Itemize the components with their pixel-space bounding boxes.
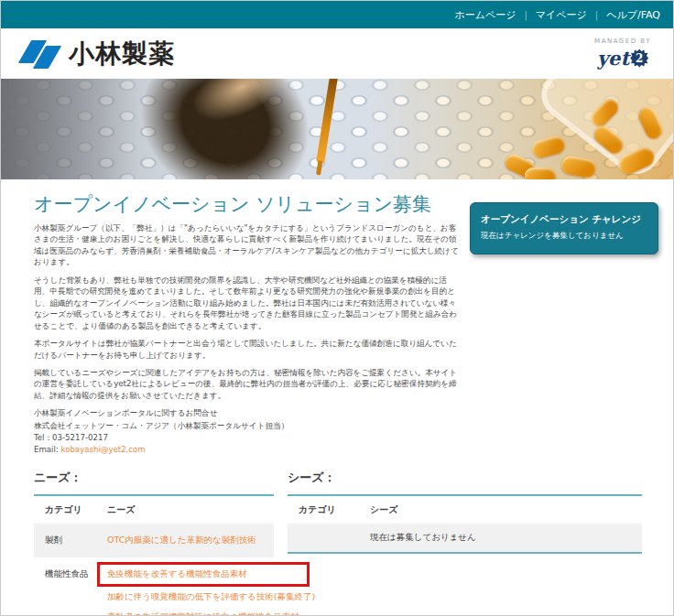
challenge-panel[interactable]: オープンイノベーション チャレンジ 現在はチャレンジを募集しておりません [470,202,658,254]
seeds-title: シーズ： [288,470,642,486]
contact-email-line: Email: kobayashi@yet2.com [34,444,461,456]
challenge-message: 現在はチャレンジを募集しておりません [481,231,647,242]
yet2-logo[interactable]: yet 2 [594,47,651,70]
needs-links: 免疫機能を改善する機能性食品素材加齢に伴う嗅覚機能の低下を評価する技術(募集終了… [107,568,316,616]
contact-heading: 小林製薬イノベーションポータルに関するお問合せ [34,407,461,419]
hero-lab-photo [1,79,673,179]
hero-capsule [560,155,598,178]
top-nav-link[interactable]: ホームページ [454,8,516,22]
needs-section: ニーズ： カテゴリ ニーズ 製剤OTC内服薬に適した革新的な製剤技術機能性食品免… [34,470,274,616]
need-link[interactable]: OTC内服薬に適した革新的な製剤技術 [107,535,256,546]
intro-paragraphs: 小林製薬グループ（以下、「弊社」）は「"あったらいいな"をカタチにする」というブ… [34,222,461,401]
page-title: オープンイノベーション ソリューション募集 [34,191,464,217]
intro-paragraph: 本ポータルサイトは弊社が協業パートナーと出会う場として開設いたしました。共に新た… [34,338,461,361]
seeds-category-empty [299,532,361,544]
site-header: 小林製薬 MANAGED BY yet 2 [1,28,673,79]
yet2-logo-text: yet [597,47,629,70]
kobayashi-logo[interactable]: 小林製薬 [17,37,175,71]
needs-table: カテゴリ ニーズ 製剤OTC内服薬に適した革新的な製剤技術機能性食品免疫機能を改… [34,494,274,616]
hero-capsule [525,168,556,179]
needs-category: 機能性食品 [45,568,98,616]
kobayashi-logo-text: 小林製薬 [69,37,175,71]
highlight-annotation-box: 免疫機能を改善する機能性食品素材 [97,562,310,587]
intro-paragraph: 小林製薬グループ（以下、「弊社」）は「"あったらいいな"をカタチにする」というブ… [34,222,461,268]
intro-paragraph: そうした背景もあり、弊社も単独での技術開発の限界を認識し、大学や研究機関など社外… [34,275,461,331]
yet2-star-icon: 2 [630,49,648,68]
top-nav: ホームページ|マイページ|ヘルプ/FAQ [1,1,673,28]
seeds-col-category: カテゴリ [299,503,361,516]
seeds-table: カテゴリ シーズ 現在は募集しておりません [288,494,642,554]
managed-by-block: MANAGED BY yet 2 [594,38,657,70]
nav-separator: | [524,10,527,20]
seeds-table-header: カテゴリ シーズ [288,496,642,524]
contact-company: 株式会社イェットツー・コム・アジア（小林製薬ポータルサイト担当） [34,420,461,432]
needs-col-category: カテゴリ [45,503,98,516]
contact-block: 小林製薬イノベーションポータルに関するお問合せ 株式会社イェットツー・コム・アジ… [34,407,461,456]
needs-table-row: 製剤OTC内服薬に適した革新的な製剤技術 [34,524,274,557]
seeds-table-row: 現在は募集しておりません [288,524,642,552]
needs-title: ニーズ： [34,470,274,486]
needs-table-body: 製剤OTC内服薬に適した革新的な製剤技術機能性食品免疫機能を改善する機能性食品素… [34,524,274,616]
top-nav-link[interactable]: マイページ [536,8,587,22]
seeds-empty-message: 現在は募集しておりません [370,532,476,544]
need-link[interactable]: 高齢者の生活習慣病対策に役立つ機能性食品素材 [107,611,299,616]
main-content: オープンイノベーション ソリューション募集 オープンイノベーション チャレンジ … [1,191,673,616]
contact-email-label: Email: [34,445,59,454]
needs-table-header: カテゴリ ニーズ [34,496,274,524]
seeds-col-seeds: シーズ [370,503,397,516]
needs-col-needs: ニーズ [107,503,135,516]
kobayashi-logo-icon [17,38,60,70]
need-link[interactable]: 免疫機能を改善する機能性食品素材 [107,568,247,578]
nav-separator: | [595,10,598,20]
contact-tel: Tel：03-5217-0217 [34,432,461,444]
needs-table-row: 機能性食品免疫機能を改善する機能性食品素材加齢に伴う嗅覚機能の低下を評価する技術… [34,557,274,616]
needs-category: 製剤 [45,535,98,546]
hero-capsule [530,135,567,160]
contact-email-link[interactable]: kobayashi@yet2.com [60,445,145,454]
challenge-title: オープンイノベーション チャレンジ [481,213,647,226]
tables-section: ニーズ： カテゴリ ニーズ 製剤OTC内服薬に適した革新的な製剤技術機能性食品免… [34,470,658,616]
intro-paragraph: 掲載しているニーズやシーズに関連したアイデアをお持ちの方は、秘密情報を除いた内容… [34,367,461,401]
need-link[interactable]: 加齢に伴う嗅覚機能の低下を評価する技術(募集終了) [107,591,315,603]
seeds-section: シーズ： カテゴリ シーズ 現在は募集しておりません [288,470,642,616]
top-nav-link[interactable]: ヘルプ/FAQ [606,8,660,22]
managed-by-label: MANAGED BY [594,38,651,45]
needs-links: OTC内服薬に適した革新的な製剤技術 [107,535,263,546]
